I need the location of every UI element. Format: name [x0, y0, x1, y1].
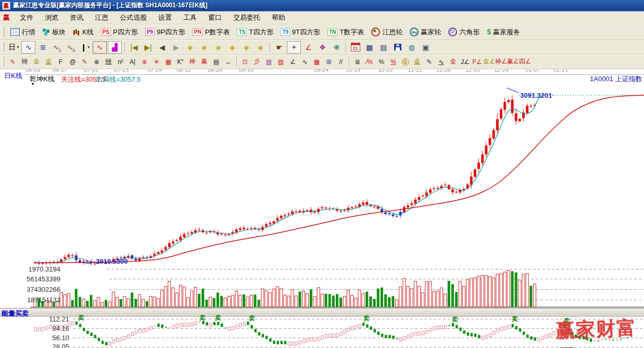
- gann-wheel-button[interactable]: 江恩轮: [368, 25, 406, 38]
- v-wave-tool[interactable]: ∿: [299, 56, 311, 67]
- next-page-button[interactable]: ▶: [170, 42, 183, 53]
- square-grid-tool[interactable]: ▦: [162, 56, 174, 67]
- wave-shape-tool[interactable]: ❋: [330, 42, 343, 53]
- a-wave-tool[interactable]: ∿: [435, 56, 447, 67]
- zoom-in-diamond[interactable]: ◈: [212, 42, 225, 53]
- a-parallel-tool[interactable]: A|: [127, 56, 138, 67]
- shen-angle-tool[interactable]: 神∠: [495, 56, 507, 67]
- star-grid-tool[interactable]: ✳: [150, 56, 162, 67]
- qiankun-settings-button[interactable]: ∿: [93, 41, 107, 54]
- menu-item-5[interactable]: 设置: [153, 13, 178, 22]
- gold-lines2-tool[interactable]: 金: [43, 56, 55, 67]
- calendar-button[interactable]: 21: [349, 42, 362, 53]
- menu-item-9[interactable]: 帮助: [266, 13, 291, 22]
- menu-item-3[interactable]: 江恩: [89, 13, 114, 22]
- n-square-tool[interactable]: n²: [115, 56, 127, 67]
- kline-button[interactable]: K线: [69, 25, 97, 38]
- pan-left-diamond[interactable]: ◈: [184, 42, 197, 53]
- blue-grid-tool[interactable]: ⊞: [323, 56, 335, 67]
- info-list-button[interactable]: ≣: [36, 42, 49, 53]
- j-angle-tool[interactable]: J∠: [459, 56, 471, 67]
- volume-histogram-toggle[interactable]: ▟: [108, 41, 122, 54]
- gold-angle-tool[interactable]: 金∠: [483, 56, 495, 67]
- red-fan-box-tool[interactable]: ▧: [275, 56, 287, 67]
- gann-shape-tool[interactable]: ❖: [316, 42, 329, 53]
- period-selector[interactable]: 日▾: [7, 42, 20, 53]
- web-publish-button[interactable]: ◍: [405, 42, 418, 53]
- gann-fan-circle-tool[interactable]: ⊕: [138, 56, 150, 67]
- hexagon-button[interactable]: 六角形: [445, 25, 483, 38]
- calculator-button[interactable]: ▦: [363, 42, 376, 53]
- notes-button[interactable]: ▤: [377, 42, 390, 53]
- period-label[interactable]: 日K线: [4, 71, 22, 81]
- compress-diamond[interactable]: ◈: [240, 42, 253, 53]
- candle-style-selector[interactable]: ❙▾: [79, 42, 92, 53]
- grid-lines-tool-icon: 卌: [22, 57, 28, 66]
- list-lines-tool[interactable]: ≣: [351, 56, 363, 67]
- purple-fan-box-tool[interactable]: ▨: [263, 56, 275, 67]
- save-button[interactable]: [391, 42, 404, 53]
- ying-tool[interactable]: 赢: [198, 56, 210, 67]
- gold-box-tool[interactable]: 金: [447, 56, 459, 67]
- parallel-lines-tool[interactable]: //: [335, 56, 347, 67]
- measure-tool[interactable]: ↔: [222, 56, 234, 67]
- 9t-square-button[interactable]: T99T四方形: [277, 25, 324, 38]
- menu-item-7[interactable]: 窗口: [203, 13, 228, 22]
- percent-levels-tool[interactable]: %: [387, 56, 399, 67]
- hand-tool[interactable]: ☛: [273, 42, 286, 53]
- crosshair-tool[interactable]: ＋: [287, 41, 301, 54]
- f-lines-tool[interactable]: F: [55, 56, 67, 67]
- ying-angle-tool[interactable]: 赢∠: [507, 56, 519, 67]
- angle-rays-tool[interactable]: ∠: [287, 56, 299, 67]
- print-button[interactable]: ▣: [419, 42, 432, 53]
- prev-page-button[interactable]: ◀: [156, 42, 169, 53]
- f-angle-tool[interactable]: F∠: [471, 56, 483, 67]
- gold-lines-tool[interactable]: 金: [31, 56, 43, 67]
- first-page-button[interactable]: |◀: [128, 42, 141, 53]
- grid-dot-tool[interactable]: ▦: [311, 56, 323, 67]
- sectors-button[interactable]: 板块: [39, 25, 69, 38]
- p-square-button[interactable]: PSP四方形: [97, 25, 142, 38]
- volume-axis-label: 561453399: [19, 275, 60, 283]
- zoom-out-diamond[interactable]: ◈: [226, 42, 239, 53]
- qiankun-kline-toggle[interactable]: ∿: [21, 41, 35, 54]
- 9p-square-button[interactable]: P99P四方形: [142, 25, 189, 38]
- chevron-down-icon[interactable]: ▼: [31, 82, 35, 86]
- si-angle-tool[interactable]: 四∠: [519, 56, 531, 67]
- t-square-button[interactable]: TST四方形: [233, 25, 277, 38]
- ruler-123-tool[interactable]: ▤: [210, 56, 222, 67]
- box-anchor-tool[interactable]: ⊡: [239, 56, 251, 67]
- winner-service-button[interactable]: $赢家服务: [483, 25, 524, 38]
- menu-item-0[interactable]: 文件: [14, 13, 39, 22]
- indicator-pane-header[interactable]: 能量买卖: [0, 308, 644, 317]
- brush-tool[interactable]: ✎: [79, 56, 91, 67]
- black-pen-tool[interactable]: ✎: [423, 56, 435, 67]
- menu-item-8[interactable]: 交易委托: [228, 13, 266, 22]
- menu-item-1[interactable]: 浏览: [39, 13, 64, 22]
- wave-9-button[interactable]: ∿9: [65, 42, 78, 53]
- gold-circle-tool[interactable]: 金: [399, 56, 411, 67]
- menu-item-4[interactable]: 公式选股: [114, 13, 153, 22]
- menu-item-2[interactable]: 资讯: [64, 13, 89, 22]
- ray-fan-tool[interactable]: 彡: [251, 56, 263, 67]
- menu-item-6[interactable]: 工具: [178, 13, 203, 22]
- grid-lines-tool[interactable]: 卌: [19, 56, 31, 67]
- pan-right-diamond[interactable]: ◈: [198, 42, 211, 53]
- quotes-button[interactable]: 行情: [7, 25, 39, 38]
- shen-tool[interactable]: 神: [186, 56, 198, 67]
- k-mark-tool[interactable]: K″: [174, 56, 186, 67]
- tick-lines-tool[interactable]: 卌: [103, 56, 115, 67]
- angle-line-tool[interactable]: ∠: [302, 42, 315, 53]
- t-number-table-button[interactable]: TNT数字表: [324, 25, 368, 38]
- expand-diamond[interactable]: ◈: [254, 42, 267, 53]
- pen-tool[interactable]: ✎: [7, 56, 19, 67]
- gold-level-tool[interactable]: 金: [411, 56, 423, 67]
- wave-3-button[interactable]: ∿3: [50, 42, 64, 53]
- last-page-button[interactable]: ▶|: [142, 42, 155, 53]
- winner-wheel-button[interactable]: Big赢家轮: [406, 25, 445, 38]
- time-circle-tool[interactable]: ⊕: [91, 56, 103, 67]
- percent-line-tool[interactable]: ⁄%: [363, 56, 375, 67]
- percent-tool[interactable]: %: [375, 56, 387, 67]
- spiral-tool[interactable]: @: [67, 56, 79, 67]
- p-number-table-button[interactable]: PNP数字表: [189, 25, 234, 38]
